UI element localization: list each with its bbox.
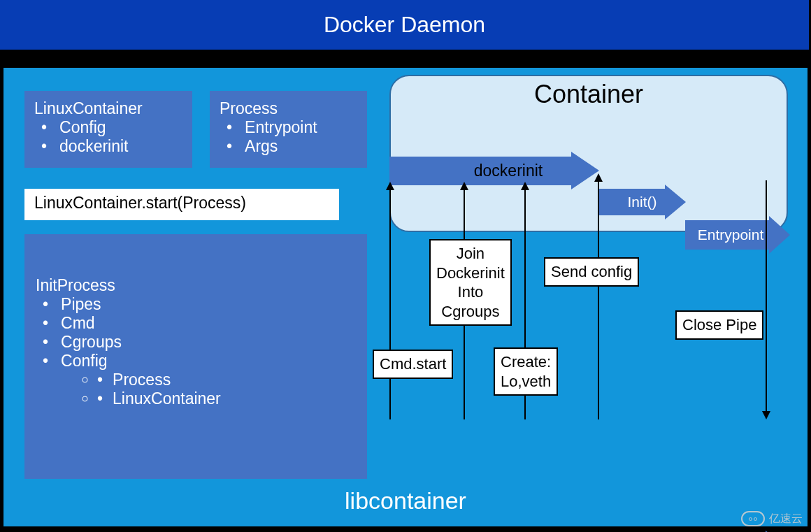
process-items: Entrypoint Args [220,118,357,156]
list-item: dockerinit [34,137,182,156]
list-item: Entrypoint [220,118,357,137]
linuxcontainer-box: LinuxContainer Config dockerinit [24,91,192,168]
arrow-closepipe [766,180,767,411]
note-sendconfig: Send config [544,257,639,287]
list-item: Args [220,137,357,156]
entrypoint-arrow-label: Entrypoint [685,216,790,254]
list-item: Cmd [36,314,356,333]
start-call-label: LinuxContainer.start(Process) [34,194,246,212]
dockerinit-arrow: dockerinit [389,152,599,190]
dockerinit-arrow-label: dockerinit [389,152,599,190]
docker-daemon-header: Docker Daemon [0,0,809,50]
watermark-logo-icon [741,511,765,526]
initprocess-items: Pipes Cmd Cgroups Config Process LinuxCo… [36,295,356,408]
process-title: Process [220,99,357,118]
linuxcontainer-title: LinuxContainer [34,99,182,118]
list-item: Cgroups [36,333,356,352]
linuxcontainer-items: Config dockerinit [34,118,182,156]
initprocess-subitems: Process LinuxContainer [97,371,356,408]
note-create: Create: Lo,veth [494,347,558,396]
container-title: Container [389,80,788,109]
docker-daemon-title: Docker Daemon [324,12,485,38]
arrow-sendconfig [598,182,599,419]
libcontainer-label: libcontainer [0,487,811,515]
initprocess-title: InitProcess [36,276,356,295]
start-call-box: LinuxContainer.start(Process) [24,189,339,220]
note-cmdstart: Cmd.start [373,350,453,379]
init-arrow-label: Init() [598,185,686,220]
entrypoint-arrow: Entrypoint [685,216,790,254]
list-item: Pipes [36,295,356,314]
watermark-text: 亿速云 [769,512,803,526]
process-box: Process Entrypoint Args [210,91,367,168]
arrow-cmdstart [389,190,391,419]
list-item: Config [34,118,182,137]
watermark: 亿速云 [741,511,803,526]
note-join: Join Dockerinit Into Cgroups [429,239,512,326]
note-closepipe: Close Pipe [675,310,763,340]
init-arrow: Init() [598,185,686,220]
list-item: Config [36,352,356,371]
list-item: Process [97,371,356,389]
initprocess-box: InitProcess Pipes Cmd Cgroups Config Pro… [24,234,367,479]
list-item: LinuxContainer [97,389,356,408]
